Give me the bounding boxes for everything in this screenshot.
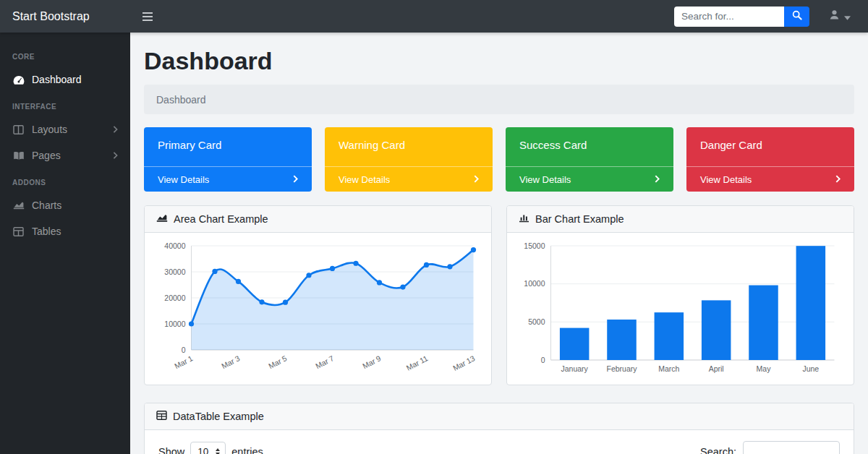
view-details-label: View Details (519, 174, 571, 185)
svg-text:April: April (709, 364, 724, 373)
card-title: Danger Card (686, 127, 854, 166)
sidebar-item-label: Pages (32, 150, 61, 161)
main-content: Dashboard Dashboard Primary Card View De… (130, 33, 868, 454)
svg-text:Mar 11: Mar 11 (405, 354, 430, 372)
table-search-input[interactable] (743, 441, 840, 454)
svg-text:30000: 30000 (164, 267, 185, 276)
sidebar-heading-core: CORE (0, 43, 130, 67)
table-icon (12, 227, 25, 236)
primary-card: Primary Card View Details (144, 127, 312, 192)
svg-text:20000: 20000 (164, 294, 185, 302)
sidebar-item-dashboard[interactable]: Dashboard (0, 67, 130, 93)
table-icon (156, 411, 167, 422)
chevron-right-icon (835, 174, 841, 185)
svg-text:Mar 3: Mar 3 (220, 354, 241, 370)
app-window: Start Bootstrap CORE (0, 0, 868, 454)
sidebar-item-charts[interactable]: Charts (0, 192, 130, 218)
view-details-link[interactable]: View Details (325, 166, 493, 192)
card-title: Primary Card (144, 127, 312, 166)
sidebar: CORE Dashboard INTERFACE Layouts (0, 33, 130, 454)
navbar-search-form (674, 7, 809, 27)
chart-area-icon (12, 201, 25, 210)
area-chart: 010000200003000040000Mar 1Mar 3Mar 5Mar … (152, 239, 484, 380)
bar-chart-body: 050001000015000JanuaryFebruaryMarchApril… (507, 233, 854, 385)
svg-text:40000: 40000 (164, 241, 185, 250)
view-details-link[interactable]: View Details (144, 166, 312, 192)
view-details-link[interactable]: View Details (506, 166, 673, 192)
svg-text:March: March (658, 364, 679, 373)
svg-text:0: 0 (541, 356, 545, 364)
entries-select-value: 10 (197, 446, 208, 454)
svg-text:10000: 10000 (524, 279, 545, 288)
view-details-label: View Details (700, 174, 752, 185)
panel-title: DataTable Example (173, 411, 264, 422)
datatable-search: Search: (700, 441, 840, 454)
top-navbar: Start Bootstrap (0, 0, 868, 33)
sidebar-item-layouts[interactable]: Layouts (0, 116, 130, 142)
sidebar-item-label: Tables (32, 226, 61, 237)
svg-text:Mar 13: Mar 13 (451, 354, 477, 372)
svg-text:Mar 7: Mar 7 (314, 354, 335, 370)
view-details-label: View Details (339, 174, 390, 185)
sidebar-heading-addons: ADDONS (0, 168, 130, 192)
entries-label: entries (231, 446, 263, 454)
svg-text:Mar 1: Mar 1 (173, 354, 194, 370)
hamburger-icon (142, 12, 153, 22)
charts-row: Area Chart Example 010000200003000040000… (144, 205, 854, 385)
bar-chart-header: Bar Chart Example (507, 206, 854, 233)
chart-area-icon (156, 213, 168, 225)
card-title: Warning Card (325, 127, 493, 166)
chevron-right-icon (655, 174, 660, 185)
table-search-label: Search: (700, 446, 736, 454)
breadcrumb-item: Dashboard (156, 94, 206, 106)
columns-icon (12, 125, 25, 134)
svg-text:0: 0 (182, 346, 186, 354)
svg-text:February: February (606, 364, 637, 373)
chevron-right-icon (113, 152, 118, 159)
entries-per-page-select[interactable]: 10 (190, 442, 226, 454)
bar-chart-card: Bar Chart Example 050001000015000January… (506, 205, 854, 385)
show-entries-control: Show 10 entries (158, 442, 263, 454)
search-icon (792, 10, 802, 22)
chevron-right-icon (474, 174, 479, 185)
caret-down-icon (844, 10, 851, 23)
page-title: Dashboard (144, 47, 854, 75)
area-chart-body: 010000200003000040000Mar 1Mar 3Mar 5Mar … (145, 233, 491, 385)
chart-bar-icon (519, 213, 529, 225)
warning-card: Warning Card View Details (325, 127, 493, 192)
sidebar-item-label: Layouts (32, 124, 67, 135)
svg-text:5000: 5000 (528, 317, 545, 326)
chevron-right-icon (293, 174, 298, 185)
user-dropdown[interactable] (828, 9, 851, 24)
datatable-card: DataTable Example Show 10 entries Search… (144, 403, 854, 454)
book-open-icon (12, 151, 25, 160)
search-button[interactable] (784, 7, 809, 27)
show-label: Show (158, 446, 184, 454)
datatable-header: DataTable Example (145, 403, 854, 430)
user-icon (828, 9, 841, 24)
stat-cards-row: Primary Card View Details Warning Card V… (144, 127, 854, 192)
sidebar-item-tables[interactable]: Tables (0, 218, 130, 244)
svg-text:Mar 5: Mar 5 (267, 354, 288, 370)
card-title: Success Card (506, 127, 673, 166)
panel-title: Bar Chart Example (535, 213, 624, 225)
svg-text:15000: 15000 (524, 241, 545, 250)
search-input[interactable] (674, 7, 784, 27)
danger-card: Danger Card View Details (686, 127, 854, 192)
sidebar-heading-interface: INTERFACE (0, 93, 130, 116)
tachometer-icon (12, 75, 25, 85)
bar-chart: 050001000015000JanuaryFebruaryMarchApril… (514, 239, 846, 380)
svg-text:10000: 10000 (164, 320, 185, 328)
sidebar-toggle-button[interactable] (136, 7, 159, 26)
svg-text:January: January (561, 364, 588, 373)
view-details-link[interactable]: View Details (686, 166, 854, 192)
breadcrumb: Dashboard (144, 85, 854, 114)
area-chart-header: Area Chart Example (145, 206, 491, 233)
sidebar-item-label: Dashboard (32, 74, 82, 85)
sidebar-item-pages[interactable]: Pages (0, 142, 130, 168)
area-chart-card: Area Chart Example 010000200003000040000… (144, 205, 492, 385)
brand-logo[interactable]: Start Bootstrap (0, 10, 130, 23)
datatable-controls: Show 10 entries Search: (145, 430, 854, 454)
panel-title: Area Chart Example (174, 213, 268, 225)
chevron-right-icon (113, 126, 118, 133)
